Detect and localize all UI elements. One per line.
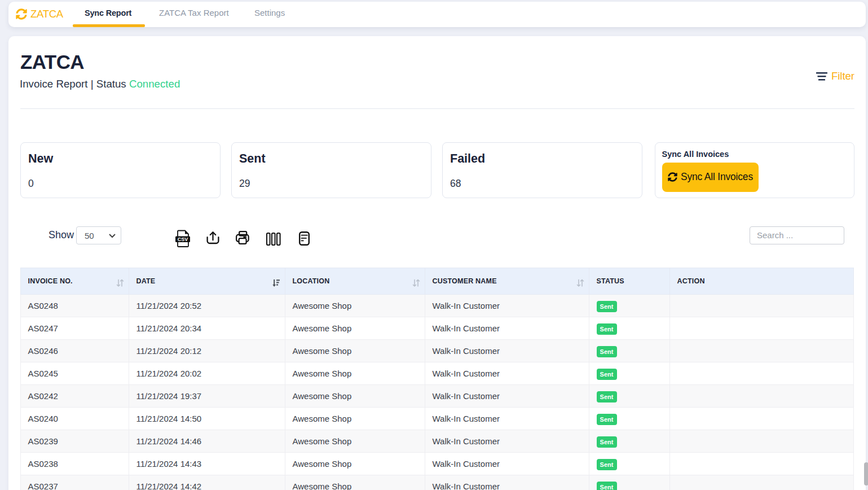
svg-text:CSV: CSV	[178, 237, 188, 242]
